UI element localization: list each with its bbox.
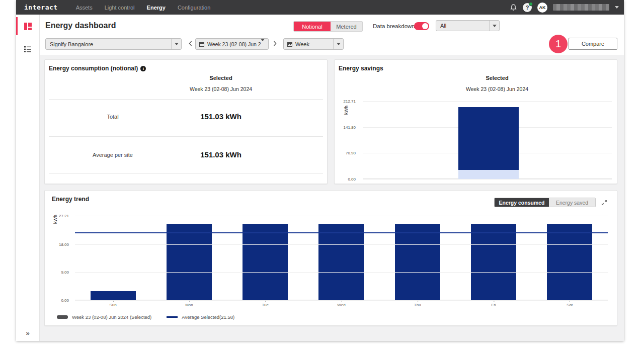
top-nav: interact Assets Light control Energy Con… [16, 0, 624, 15]
x-axis-label: Thu [414, 303, 421, 307]
data-breakdown-label: Data breakdown [373, 23, 415, 29]
average-line [75, 232, 608, 233]
card-title: Energy trend [52, 196, 89, 203]
column-subheader: Week 23 (02-08) Jun 2024 [160, 86, 281, 92]
y-axis-tick: 0.00 [61, 298, 69, 303]
calendar-week-icon [287, 42, 292, 47]
chevron-down-icon [175, 43, 179, 45]
energy-consumption-card: Energy consumption (notional) i Selected… [44, 59, 328, 184]
mode-metered-button[interactable]: Metered [331, 22, 362, 31]
gridline [75, 272, 608, 273]
trend-bar [471, 224, 516, 300]
app-window: interact Assets Light control Energy Con… [16, 0, 624, 341]
granularity-select[interactable]: Week [283, 38, 344, 50]
calendar-icon [199, 42, 204, 47]
nav-item-assets[interactable]: Assets [76, 5, 93, 11]
x-axis-label: Sat [567, 303, 573, 307]
data-breakdown-toggle[interactable] [414, 22, 429, 30]
avatar[interactable]: AK [537, 3, 547, 13]
y-axis-tick: 70.90 [346, 151, 356, 155]
trend-slot: Sat [532, 216, 608, 300]
trend-bar [318, 224, 364, 300]
page-header: Energy dashboard Notional Metered Data b… [40, 15, 624, 55]
nav-right-cluster: ? AK [510, 3, 619, 13]
trend-slot: Mon [151, 216, 227, 300]
dashboard-icon [24, 23, 32, 30]
notification-dot [529, 2, 533, 6]
redacted-username [553, 4, 609, 11]
page-title: Energy dashboard [45, 21, 116, 30]
trend-bar [243, 224, 288, 300]
trend-slot: Wed [303, 216, 379, 300]
scope-select[interactable]: All [436, 20, 500, 31]
energy-trend-card: Energy trend Energy consumed Energy save… [44, 190, 617, 326]
column-header: Selected [160, 75, 281, 81]
mode-notional-button[interactable]: Notional [294, 22, 331, 31]
trend-plot: SunMonTueWedThuFriSat [75, 216, 608, 300]
column-subheader: Week 23 (02-08) Jun 2024 [437, 86, 557, 92]
left-sidebar: » [16, 15, 40, 341]
sidebar-item-list[interactable] [16, 38, 39, 61]
energy-consumed-button[interactable]: Energy consumed [495, 198, 549, 207]
row-value-average: 151.03 kWh [160, 150, 281, 159]
trend-slots: SunMonTueWedThuFriSat [75, 216, 608, 300]
x-axis-label: Mon [185, 303, 193, 307]
help-icon[interactable]: ? [523, 3, 532, 12]
x-axis-label: Sun [110, 303, 117, 307]
trend-legend: Week 23 (02-08) Jun 2024 (Selected) Aver… [57, 314, 234, 320]
sidebar-item-dashboard[interactable] [16, 15, 39, 38]
sidebar-expand-icon[interactable]: » [16, 329, 39, 337]
trend-bar [395, 224, 440, 300]
chevron-down-icon [337, 43, 341, 45]
gridline [363, 179, 612, 180]
y-axis-tick: 18.00 [59, 242, 69, 247]
legend-item-selected: Week 23 (02-08) Jun 2024 (Selected) [57, 314, 151, 320]
x-axis-label: Tue [262, 303, 269, 307]
dashboard-content: Energy consumption (notional) i Selected… [40, 55, 624, 341]
y-axis-tick: 9.00 [61, 270, 69, 275]
savings-bar-segment [458, 107, 519, 170]
gridline [75, 244, 608, 245]
savings-y-axis: 212.71141.8070.900.00 [335, 101, 359, 179]
x-axis-label: Wed [337, 303, 345, 307]
user-menu-caret-icon[interactable] [615, 6, 619, 9]
next-period-button[interactable] [272, 40, 277, 47]
gridline [75, 216, 608, 216]
row-value-total: 151.03 kWh [160, 112, 281, 121]
trend-y-axis: 27.2118.009.000.00 [45, 216, 72, 300]
previous-period-button[interactable] [188, 40, 193, 47]
nav-item-configuration[interactable]: Configuration [178, 5, 210, 11]
column-header: Selected [437, 75, 557, 81]
legend-item-average: Average Selected(21.58) [167, 314, 234, 320]
gridline [75, 300, 608, 301]
trend-bar [547, 224, 592, 300]
savings-bar-segment [458, 170, 519, 179]
energy-savings-card: Energy savings Selected Week 23 (02-08) … [334, 59, 617, 184]
y-axis-tick: 212.71 [344, 99, 356, 104]
legend-line-swatch [167, 316, 178, 318]
card-title: Energy savings [339, 65, 383, 72]
trend-slot: Tue [227, 216, 303, 300]
expand-icon[interactable] [601, 199, 607, 208]
x-axis-label: Fri [491, 303, 496, 307]
nav-item-light-control[interactable]: Light control [105, 5, 135, 11]
bell-icon[interactable] [510, 4, 517, 12]
trend-slot: Thu [379, 216, 455, 300]
chevron-down-icon [261, 39, 265, 47]
trend-bar [167, 224, 212, 300]
trend-slot: Sun [75, 216, 151, 300]
main-area: Energy dashboard Notional Metered Data b… [40, 15, 624, 341]
legend-bar-swatch [57, 315, 68, 319]
compare-button[interactable]: Compare [569, 38, 617, 50]
tutorial-step-badge: 1 [549, 35, 568, 53]
chevron-down-icon [493, 25, 497, 27]
y-axis-tick: 27.21 [59, 214, 69, 218]
y-axis-tick: 141.80 [344, 125, 356, 130]
nav-item-energy[interactable]: Energy [147, 5, 166, 11]
period-select[interactable]: Week 23 (02-08) Jun 2024 [195, 38, 269, 50]
trend-slot: Fri [455, 216, 531, 300]
card-title: Energy consumption (notional) [49, 65, 138, 72]
site-select[interactable]: Signify Bangalore [45, 38, 182, 50]
info-icon[interactable]: i [140, 66, 146, 71]
energy-saved-button[interactable]: Energy saved [549, 198, 595, 207]
